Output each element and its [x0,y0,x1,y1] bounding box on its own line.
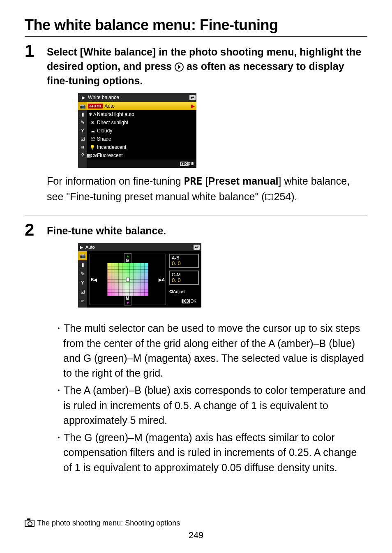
ft-title: Auto [85,245,95,250]
step-2-number: 2 [25,221,47,238]
wb-item-icon: ☀ [88,120,97,125]
axis-a-label: ▶A [159,277,165,282]
ab-label: A-B [172,255,196,260]
ab-value: 0. 0 [172,260,196,266]
bullet-item: The G (green)–M (magenta) axis has effec… [56,430,367,475]
side-icon: ▮ [78,110,87,118]
step-1-number: 1 [25,42,47,60]
page-ref: 254 [265,189,291,205]
wb-item-icon: 💡 [88,145,97,150]
wb-item-label: Natural light auto [97,111,196,117]
wb-menu-item[interactable]: ⛱Shade [87,135,196,143]
wb-item-label: Cloudy [97,128,196,134]
step-2-bullets: The multi selector can be used to move t… [25,321,367,475]
page-title: The white balance menu: Fine-tuning [25,16,367,34]
wb-menu-footer: OKOK [87,160,196,168]
side-icon: 📷 [78,102,87,110]
ok-badge-icon: OK [180,162,189,166]
info-pre: For information on fine-tuning [47,175,184,187]
title-rule [25,36,367,37]
grid-cursor[interactable] [126,278,130,281]
step-2: 2 Fine-tune white balance. ▶ Auto ↩ 📷 ▮ … [25,221,367,314]
side-icon: ≋ [78,296,87,305]
step-1-heading: Select [White balance] in the photo shoo… [47,45,367,88]
side-icon: Y [78,127,87,135]
wb-item-label: Fluorescent [97,153,196,158]
wb-menu-header: ▶ White balance ↩ [78,93,196,102]
wb-menu-item[interactable]: ☀Direct sunlight [87,118,196,127]
ft-grid-panel[interactable]: ▲G B◀ ▶A M▼ [90,254,166,305]
wb-auto-label: Auto [104,103,191,109]
side-icon: Y [78,278,87,287]
side-icon: ✎ [78,118,87,127]
wb-item-icon: ⛱ [88,137,97,141]
wb-menu-item[interactable]: ☁Cloudy [87,127,196,135]
adjust-hint: ✪Adjust [169,289,199,294]
wb-item-label: Incandescent [97,144,196,150]
page-footer: The photo shooting menu: Shooting option… [25,519,367,541]
wb-item-label: Direct sunlight [97,120,196,125]
wb-menu-title: White balance [88,95,189,100]
wb-item-icon: ☁ [88,128,97,134]
axis-g-label: ▲G [124,253,131,263]
info-mid: [ [203,175,208,187]
return-icon: ↩ [189,95,196,100]
ft-header: ▶ Auto ↩ [78,243,201,251]
wb-menu-item[interactable]: ✻ ANatural light auto [87,110,196,118]
wb-item-icon: ▦CW [88,153,97,158]
gm-label: G-M [172,272,196,277]
color-grid[interactable] [107,263,148,296]
menu-side-strip: 📷 ▮ ✎ Y ☑ ≋ ? [78,102,87,168]
preset-manual-label: Preset manual [208,175,279,187]
step-1: 1 Select [White balance] in the photo sh… [25,42,367,208]
ft-side-strip: 📷 ▮ ✎ Y ☑ ≋ [78,251,87,308]
axis-m-label: M▼ [124,296,131,305]
wb-item-icon: ✻ A [88,112,97,117]
side-icon: ? [78,151,87,160]
step-separator [25,215,367,215]
pre-label: PRE [184,175,203,187]
play-icon: ▶ [80,245,83,250]
side-icon: ☑ [78,135,87,143]
ab-value-box: A-B 0. 0 [169,254,199,268]
auto1-badge: AUTO1 [88,104,103,109]
info-post2: ). [291,191,297,202]
step-2-heading: Fine-tune white balance. [47,224,367,238]
multiselector-right-icon [175,62,184,72]
wb-item-label: Shade [97,136,196,142]
gm-value-box: G-M 0. 0 [169,271,199,285]
fine-tune-screenshot: ▶ Auto ↩ 📷 ▮ ✎ Y ☑ ≋ ▲G [78,243,201,308]
ft-values: A-B 0. 0 G-M 0. 0 ✪Adjust OKOK [169,254,199,305]
ok-badge-icon: OK [182,299,190,303]
bullet-item: The A (amber)–B (blue) axis corresponds … [56,383,367,428]
page-ref-number: 254 [274,189,291,205]
bullet-item: The multi selector can be used to move t… [56,321,367,380]
footer-text: The photo shooting menu: Shooting option… [37,519,180,528]
play-icon: ▶ [79,95,88,100]
page-number: 249 [25,530,367,541]
footer-breadcrumb: The photo shooting menu: Shooting option… [25,519,367,528]
side-icon: ✎ [78,269,87,278]
book-icon [265,194,273,200]
side-icon: ▮ [78,260,87,269]
wb-menu-item[interactable]: 💡Incandescent [87,143,196,151]
chevron-right-icon: ▶ [191,103,195,109]
wb-menu-item-auto[interactable]: AUTO1 Auto ▶ [87,102,196,110]
camera-icon [25,520,35,527]
side-icon: ≋ [78,143,87,151]
ok-suffix: OK [191,299,196,303]
wb-menu-item[interactable]: ▦CWFluorescent [87,151,196,160]
ok-suffix: OK [189,162,195,166]
side-icon: 📷 [78,251,87,260]
wb-menu-screenshot: ▶ White balance ↩ 📷 ▮ ✎ Y ☑ ≋ ? [78,93,196,168]
axis-b-label: B◀ [91,277,97,282]
step-1-info: For information on fine-tuning PRE [Pres… [47,174,367,204]
ft-footer: OKOK [169,297,199,305]
gm-value: 0. 0 [172,277,196,283]
return-icon: ↩ [194,245,200,250]
side-icon: ☑ [78,287,87,296]
